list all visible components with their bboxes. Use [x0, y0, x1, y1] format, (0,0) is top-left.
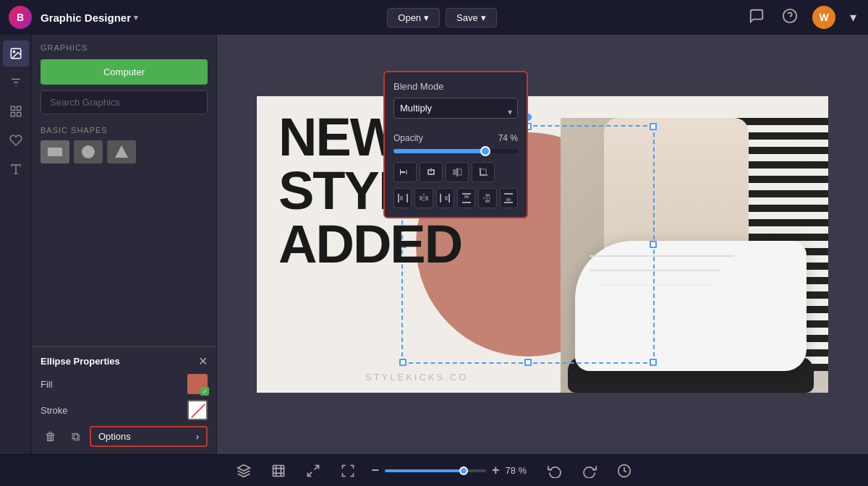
zoom-slider[interactable]	[385, 469, 486, 472]
shape-rect[interactable]	[41, 140, 69, 163]
bottom-toolbar: − + 78 %	[0, 454, 868, 486]
opacity-row: Opacity 74 %	[393, 133, 518, 143]
svg-rect-8	[17, 106, 20, 110]
fill-label: Fill	[41, 379, 53, 390]
handle-bl[interactable]	[399, 359, 407, 366]
user-avatar[interactable]: W	[812, 6, 835, 29]
canvas-wrapper: NEW STYLES ADDED STYLEKICKS.CO	[257, 96, 828, 393]
svg-rect-26	[400, 196, 403, 200]
upload-button[interactable]: Computer	[41, 59, 208, 85]
header: B Graphic Designer ▾ Open ▾ Save ▾	[0, 0, 868, 35]
save-button[interactable]: Save ▾	[446, 8, 497, 27]
distribute-top-button[interactable]	[457, 188, 475, 208]
svg-rect-37	[485, 194, 490, 197]
svg-rect-41	[506, 198, 511, 201]
svg-rect-32	[445, 196, 448, 200]
blend-mode-popup: Blend Mode Normal Multiply Screen Overla…	[383, 71, 528, 218]
app-title-button[interactable]: Graphic Designer ▾	[41, 12, 138, 24]
sidebar-item-layout[interactable]	[3, 98, 29, 124]
svg-marker-15	[115, 145, 128, 158]
flip-h-button[interactable]	[446, 162, 469, 182]
duplicate-element-button[interactable]: ⧉	[65, 427, 85, 447]
handle-bc[interactable]	[524, 359, 532, 366]
stroke-label: Stroke	[41, 405, 68, 416]
search-input[interactable]	[41, 90, 208, 114]
help-button[interactable]	[779, 5, 801, 30]
sidebar-item-favorites[interactable]	[3, 127, 29, 153]
opacity-label: Opacity	[393, 133, 423, 143]
fill-swatch-wrapper: ✓	[187, 374, 208, 394]
sidebar-item-graphics[interactable]	[3, 40, 29, 67]
ellipse-properties-panel: Ellipse Properties ✕ Fill ✓ Stroke	[32, 346, 216, 454]
undo-button[interactable]	[543, 461, 566, 481]
sidebar-item-text[interactable]	[3, 156, 29, 182]
app-title-chevron: ▾	[134, 13, 138, 22]
stroke-swatch-wrapper	[187, 400, 208, 420]
zoom-slider-thumb[interactable]	[459, 466, 468, 475]
delete-element-button[interactable]: 🗑	[41, 427, 61, 447]
stroke-swatch[interactable]	[187, 400, 208, 420]
opacity-value: 74 %	[498, 133, 518, 143]
shape-circle[interactable]	[74, 140, 103, 163]
align-left-button[interactable]	[393, 162, 417, 182]
svg-rect-10	[11, 113, 14, 116]
props-footer: 🗑 ⧉ Options ›	[41, 426, 208, 447]
distribute-center-h-button[interactable]	[414, 188, 433, 208]
canvas-url: STYLEKICKS.CO	[365, 372, 468, 383]
search-wrapper	[41, 90, 208, 114]
zoom-plus-button[interactable]: +	[492, 463, 500, 478]
svg-point-14	[82, 145, 95, 158]
shape-triangle[interactable]	[107, 140, 136, 163]
shoe-upper	[575, 241, 807, 371]
fill-check: ✓	[200, 387, 209, 396]
history-button[interactable]	[613, 461, 636, 481]
blend-mode-title: Blend Mode	[393, 81, 518, 92]
fit-to-screen-button[interactable]	[302, 461, 325, 481]
canvas-content[interactable]: NEW STYLES ADDED STYLEKICKS.CO	[257, 96, 828, 393]
icon-sidebar	[0, 35, 32, 454]
open-button[interactable]: Open ▾	[387, 8, 440, 27]
header-center: Open ▾ Save ▾	[387, 8, 496, 27]
frame-button[interactable]	[267, 461, 290, 481]
svg-line-50	[308, 472, 312, 476]
zoom-slider-fill	[385, 469, 464, 472]
opacity-slider[interactable]	[393, 149, 518, 153]
basic-shapes-title: BASIC SHAPES	[41, 126, 208, 135]
comment-button[interactable]	[746, 5, 767, 30]
svg-rect-9	[17, 113, 20, 116]
distribute-bottom-button[interactable]	[500, 188, 518, 208]
fullscreen-button[interactable]	[336, 461, 359, 481]
header-right: W ▾	[746, 5, 859, 30]
zoom-controls: − + 78 %	[371, 463, 531, 478]
svg-line-16	[192, 404, 205, 417]
distribute-right-button[interactable]	[436, 188, 454, 208]
layers-button[interactable]	[232, 461, 255, 481]
canvas-photo-area	[561, 118, 828, 393]
crop-button[interactable]	[472, 162, 495, 182]
ellipse-props-close[interactable]: ✕	[198, 354, 208, 368]
align-row	[393, 162, 518, 182]
user-menu-chevron[interactable]: ▾	[847, 7, 859, 28]
sidebar-item-filter[interactable]	[3, 69, 29, 95]
redo-button[interactable]	[578, 461, 601, 481]
options-button[interactable]: Options ›	[90, 426, 208, 447]
distribute-row	[393, 188, 518, 208]
svg-point-3	[13, 51, 14, 52]
slider-thumb[interactable]	[480, 146, 490, 156]
svg-rect-18	[400, 169, 401, 175]
header-left: B Graphic Designer ▾	[9, 6, 138, 29]
align-center-v-button[interactable]	[420, 162, 443, 182]
distribute-center-v-button[interactable]	[478, 188, 496, 208]
graphics-section-title: GRAPHICS	[41, 43, 208, 52]
ellipse-props-header: Ellipse Properties ✕	[41, 354, 208, 368]
canvas-area[interactable]: NEW STYLES ADDED STYLEKICKS.CO	[217, 35, 868, 454]
svg-rect-23	[458, 169, 461, 175]
svg-rect-22	[453, 169, 456, 175]
main-layout: GRAPHICS Computer BASIC SHAPES Ellipse P…	[0, 35, 868, 454]
zoom-minus-button[interactable]: −	[371, 463, 379, 478]
blend-mode-select[interactable]: Normal Multiply Screen Overlay Darken Li…	[393, 98, 518, 119]
svg-rect-38	[485, 200, 490, 202]
svg-rect-29	[425, 196, 428, 200]
svg-rect-35	[464, 195, 469, 198]
distribute-left-button[interactable]	[393, 188, 412, 208]
